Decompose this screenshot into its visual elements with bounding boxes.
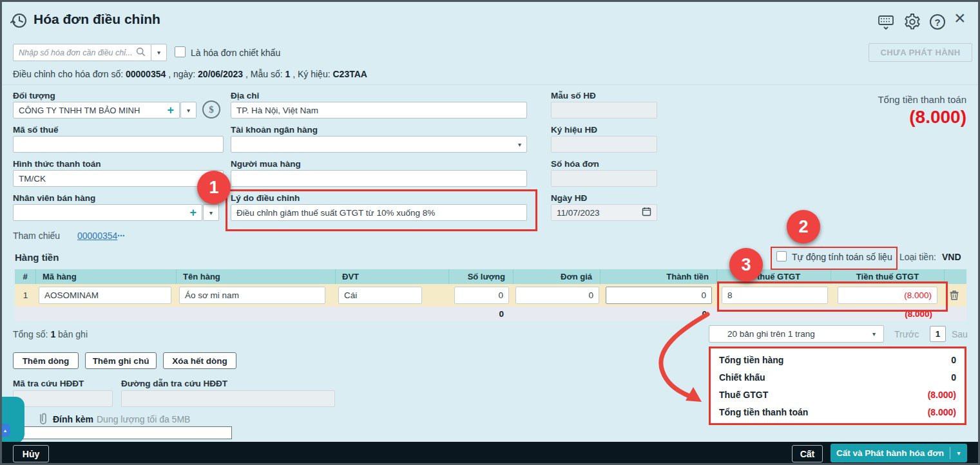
save-button[interactable]: Cất <box>792 445 823 462</box>
serial-input <box>551 136 657 153</box>
help-icon[interactable]: ? <box>930 14 945 30</box>
delete-row-icon[interactable] <box>949 290 959 303</box>
history-icon <box>10 12 28 30</box>
lookup-code-label: Mã tra cứu HĐĐT <box>13 379 84 388</box>
cell-tien-thue[interactable]: (8.000) <box>838 287 937 304</box>
lookup-code-input <box>13 390 113 407</box>
customer-input[interactable]: CÔNG TY TNHH TM BẢO MINH + <box>13 102 180 119</box>
cancel-button[interactable]: Hủy <box>13 445 49 462</box>
col-header-so-luong: Số lượng <box>449 269 514 284</box>
page-title: Hóa đơn điều chỉnh <box>34 12 160 27</box>
attachment-input[interactable] <box>14 426 232 439</box>
template-no-input <box>551 102 657 119</box>
discount-invoice-checkbox[interactable] <box>175 46 186 57</box>
customer-label: Đối tượng <box>13 91 55 100</box>
record-count: Tổng số: 1 bản ghi <box>13 329 88 339</box>
col-header-dvt: ĐVT <box>336 269 449 284</box>
row-index: 1 <box>15 284 36 307</box>
chevron-down-icon: ▾ <box>518 141 521 148</box>
add-note-button[interactable]: Thêm ghi chú <box>85 352 157 369</box>
keyboard-icon[interactable] <box>878 15 894 30</box>
divider <box>0 84 980 85</box>
invoice-date-input[interactable]: 11/07/2023 <box>551 204 657 221</box>
tax-code-label: Mã số thuế <box>13 125 59 135</box>
tax-code-input[interactable] <box>13 136 224 153</box>
invoice-no-label: Số hóa đơn <box>551 159 599 169</box>
table-row: 1 AOSOMINAM Áo sơ mi nam Cái 0 0 0 8 (8.… <box>15 284 966 307</box>
reference-link[interactable]: 00000354 <box>77 231 117 241</box>
cell-so-luong[interactable]: 0 <box>454 287 509 304</box>
auto-calc-label: Tự động tính toán số liệu <box>792 252 892 262</box>
adjust-info-line: Điều chỉnh cho hóa đơn số: 00000354 , ng… <box>13 69 367 79</box>
address-label: Địa chỉ <box>231 91 259 100</box>
discount-invoice-label: Là hóa đơn chiết khấu <box>191 48 280 58</box>
cell-thue-pct[interactable]: 8 <box>722 287 828 304</box>
adjust-reason-input[interactable]: Điều chỉnh giảm thuế suất GTGT từ 10% xu… <box>231 204 527 221</box>
salesperson-input[interactable]: + <box>13 204 202 221</box>
total-tien-thue: (8.000) <box>838 307 937 321</box>
support-widget-badge[interactable]: ▴ <box>0 424 10 437</box>
prev-page-button[interactable]: Trước <box>894 329 919 339</box>
status-badge-not-published: CHƯA PHÁT HÀNH <box>869 43 972 62</box>
adjustment-invoice-window: Hóa đơn điều chỉnh ? × Nhập số hóa đơn c… <box>0 0 980 465</box>
reference-label: Tham chiếu <box>13 231 60 241</box>
totals-summary-panel: Tổng tiền hàng0 Chiết khấu0 Thuế GTGT(8.… <box>709 346 966 425</box>
chevron-down-icon: ▾ <box>872 330 876 337</box>
total-payment-label: Tổng tiền thanh toán <box>878 94 966 105</box>
payment-method-input[interactable]: TM/CK <box>13 170 224 187</box>
customer-dropdown-button[interactable]: ▾ <box>180 102 197 119</box>
cell-don-gia[interactable]: 0 <box>515 287 599 304</box>
attachment-label[interactable]: Đính kèm <box>53 414 93 424</box>
reference-more-link[interactable]: ... <box>117 228 125 238</box>
summary-row-discount: Chiết khấu0 <box>711 372 965 383</box>
summary-row-goods: Tổng tiền hàng0 <box>711 355 965 365</box>
add-customer-icon[interactable]: + <box>167 104 174 116</box>
col-header-don-gia: Đơn giá <box>514 269 600 284</box>
col-header-thanh-tien: Thành tiền <box>600 269 717 284</box>
address-input[interactable]: TP. Hà Nội, Việt Nam <box>231 102 527 119</box>
close-icon[interactable]: × <box>954 8 966 28</box>
search-icon <box>136 47 146 59</box>
annotation-circle-2: 2 <box>787 210 820 243</box>
search-dropdown-button[interactable]: ▾ <box>151 44 167 61</box>
cell-thanh-tien[interactable]: 0 <box>606 287 712 304</box>
table-header-row: # Mã hàng Tên hàng ĐVT Số lượng Đơn giá … <box>15 269 966 284</box>
table-totals-row: 0 0 (8.000) <box>15 307 966 321</box>
add-salesperson-icon[interactable]: + <box>189 207 197 218</box>
col-header-actions <box>945 269 966 284</box>
add-row-button[interactable]: Thêm dòng <box>13 352 79 369</box>
cell-ma-hang[interactable]: AOSOMINAM <box>39 287 171 304</box>
payment-method-label: Hình thức thanh toán <box>13 159 101 169</box>
delete-all-rows-button[interactable]: Xóa hết dòng <box>163 352 236 369</box>
save-publish-split-button[interactable]: Cất và Phát hành hóa đơn ▾ <box>831 444 967 462</box>
calendar-icon[interactable] <box>642 207 651 218</box>
adjust-reason-label: Lý do điều chỉnh <box>231 193 300 203</box>
annotation-circle-1: 1 <box>197 171 231 204</box>
items-section-title: Hàng tiền <box>15 252 59 263</box>
bank-account-select[interactable]: ▾ <box>231 136 527 153</box>
save-publish-label[interactable]: Cất và Phát hành hóa đơn <box>831 448 950 458</box>
paperclip-icon <box>37 412 49 428</box>
cell-dvt[interactable]: Cái <box>338 287 422 304</box>
bank-account-label: Tài khoản ngân hàng <box>231 125 318 135</box>
annotation-circle-3: 3 <box>729 248 763 281</box>
buyer-input[interactable] <box>231 170 527 187</box>
invoice-no-input <box>551 170 657 187</box>
gear-icon[interactable] <box>904 14 921 30</box>
auto-calc-checkbox[interactable] <box>776 251 787 261</box>
page-size-select[interactable]: 20 bản ghi trên 1 trang▾ <box>709 325 884 343</box>
invoice-date-label: Ngày HĐ <box>551 193 587 203</box>
total-thanh-tien: 0 <box>606 307 712 321</box>
col-header-index: # <box>15 269 36 284</box>
total-so-luong: 0 <box>454 307 509 321</box>
save-publish-dropdown-icon[interactable]: ▾ <box>950 450 967 457</box>
summary-row-vat: Thuế GTGT(8.000) <box>711 390 965 400</box>
current-page-box[interactable]: 1 <box>930 326 946 342</box>
currency-dollar-icon[interactable]: $ <box>202 100 220 119</box>
lookup-url-label: Đường dẫn tra cứu HĐĐT <box>121 379 227 388</box>
search-input[interactable]: Nhập số hóa đơn cần điều chỉ... <box>13 44 151 61</box>
cell-ten-hang[interactable]: Áo sơ mi nam <box>179 287 325 304</box>
next-page-button[interactable]: Sau <box>952 329 968 339</box>
serial-label: Ký hiệu HĐ <box>551 125 597 135</box>
salesperson-dropdown-button[interactable]: ▾ <box>203 204 219 221</box>
